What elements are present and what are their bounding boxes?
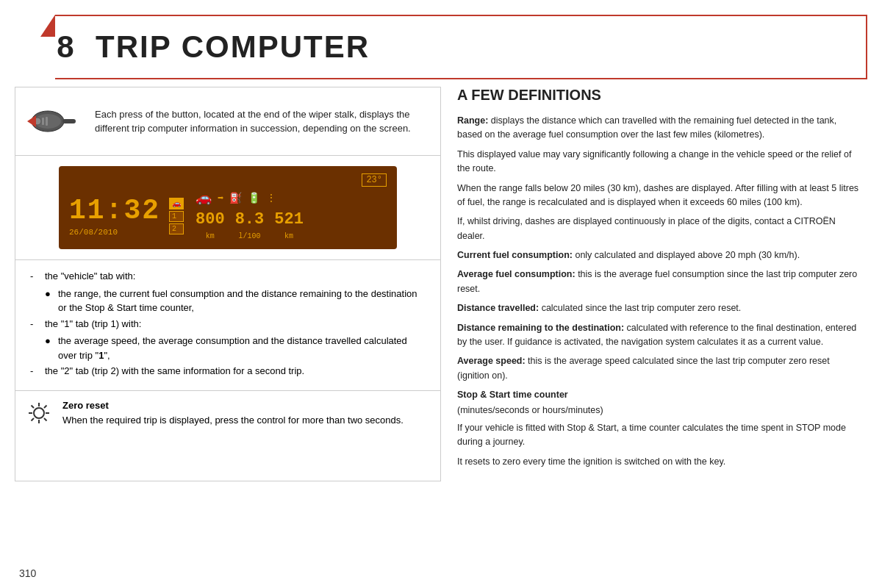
range-value: 800 km	[196, 210, 225, 242]
dashboard-display: 23° 11:32 26/08/2010 🚗 1 2	[59, 166, 397, 249]
trip1-tab-bullet: ● the average speed, the average consump…	[45, 334, 426, 362]
time-display: 11:32	[69, 195, 160, 226]
trip1-tab: 1	[169, 211, 184, 222]
trip1-tab-item: - the "1" tab (trip 1) with:	[30, 317, 426, 331]
zero-reset-title: Zero reset	[62, 400, 404, 411]
tab-list-section: - the "vehicle" tab with: ● the range, t…	[15, 260, 440, 391]
current-fuel-def: Current fuel consumption: only calculate…	[457, 248, 860, 262]
tab-indicators: 🚗 1 2	[169, 198, 184, 234]
grid-icon: ⋮	[266, 192, 276, 204]
vehicle-tab-item: - the "vehicle" tab with:	[30, 269, 426, 284]
avg-fuel-def: Average fuel consumption: this is the av…	[457, 268, 860, 296]
date-display: 26/08/2010	[69, 228, 160, 237]
dash-icons-row: 🚗 ➡ ⛽ 🔋 ⋮	[196, 190, 304, 206]
definitions-title: A FEW DEFINITIONS	[457, 87, 860, 107]
vehicle-tab: 🚗	[169, 198, 184, 209]
zero-reset-icon	[26, 400, 52, 426]
svg-point-7	[34, 408, 44, 418]
svg-rect-6	[46, 117, 48, 126]
distance-remaining-def: Distance remaining to the destination: c…	[457, 321, 860, 350]
svg-line-13	[44, 418, 47, 421]
trip2-tab: 2	[169, 223, 184, 234]
zero-reset-section: Zero reset When the required trip is dis…	[15, 391, 440, 437]
left-column: Each press of the button, located at the…	[15, 87, 441, 481]
zero-reset-text: Zero reset When the required trip is dis…	[62, 400, 404, 428]
svg-line-12	[32, 405, 35, 408]
temperature-display: 23°	[362, 173, 387, 187]
dash-top-bar: 23°	[69, 173, 387, 187]
svg-line-14	[44, 405, 47, 408]
vehicle-tab-bullet: ● the range, the current fuel consumptio…	[45, 287, 426, 315]
header-section: 08 TRIP COMPUTER	[15, 15, 867, 79]
arrow-icon: ➡	[218, 192, 223, 204]
zero-reset-description: When the required trip is displayed, pre…	[62, 413, 404, 428]
header-notch	[15, 15, 55, 79]
distance-value: 521 km	[274, 210, 304, 242]
dashboard-section: 23° 11:32 26/08/2010 🚗 1 2	[15, 156, 440, 260]
battery-icon: 🔋	[248, 192, 260, 204]
page-title: 08 TRIP COMPUTER	[38, 29, 844, 65]
button-info-section: Each press of the button, located at the…	[15, 87, 440, 156]
fuel-icon: ⛽	[229, 192, 242, 204]
svg-line-15	[32, 418, 35, 421]
distance-travelled-def: Distance travelled: calculated since the…	[457, 301, 860, 315]
car-icon: 🚗	[196, 190, 212, 206]
range-definition: Range: displays the distance which can t…	[457, 114, 860, 243]
time-date-block: 11:32 26/08/2010	[69, 195, 160, 237]
wiper-stalk-icon	[26, 99, 85, 143]
svg-rect-2	[62, 119, 76, 123]
page-number: 310	[19, 567, 36, 579]
dash-values: 800 km 8.3 l/100 521 km	[196, 210, 304, 242]
main-content: Each press of the button, located at the…	[15, 87, 867, 481]
right-column: A FEW DEFINITIONS Range: displays the di…	[450, 87, 867, 481]
svg-marker-4	[27, 115, 36, 127]
button-description: Each press of the button, located at the…	[95, 107, 430, 136]
svg-rect-5	[42, 118, 44, 125]
chapter-title: TRIP COMPUTER	[96, 29, 370, 64]
dash-icons-col: 🚗 ➡ ⛽ 🔋 ⋮ 800 km	[196, 190, 304, 242]
stop-start-def: Stop & Start time counter (minutes/secon…	[457, 388, 860, 469]
trip2-tab-item: - the "2" tab (trip 2) with the same inf…	[30, 364, 426, 379]
avg-speed-def: Average speed: this is the average speed…	[457, 354, 860, 383]
consumption-value: 8.3 l/100	[235, 210, 265, 242]
dash-main-area: 11:32 26/08/2010 🚗 1 2 🚗 ➡ ⛽	[69, 190, 387, 242]
